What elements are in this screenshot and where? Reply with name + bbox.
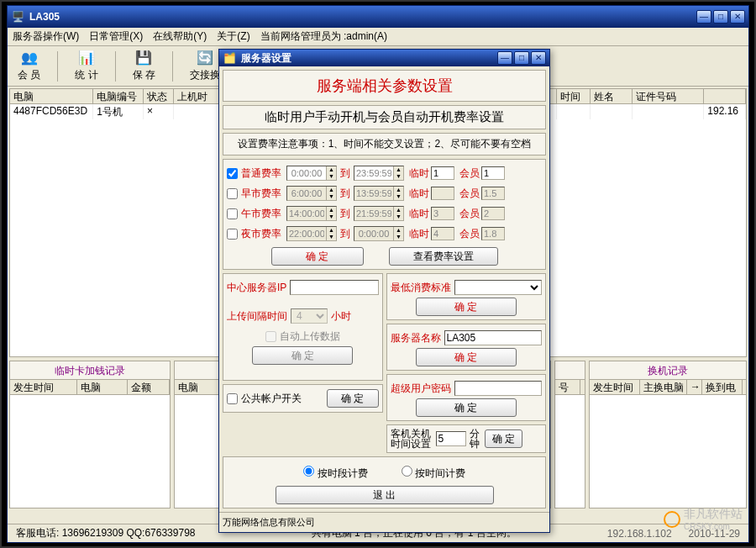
toolbar-icon: 🔄 xyxy=(197,50,213,66)
public-account-checkbox[interactable] xyxy=(227,393,238,404)
fee-to-label: 到 xyxy=(340,207,350,221)
column-header[interactable]: 证件号码 xyxy=(633,89,704,103)
min-fee-label: 最低消费标准 xyxy=(391,281,451,295)
dialog-footer-info: 万能网络信息有限公司 xyxy=(219,512,549,532)
fee-to-label: 到 xyxy=(340,166,350,181)
menu-admin-info[interactable]: 当前网络管理员为 :admin(A) xyxy=(260,29,387,44)
panel-switch-log: 换机记录 发生时间主换电脑→换到电 xyxy=(589,361,747,508)
column-header[interactable]: 发生时间 xyxy=(10,380,77,394)
menu-daily[interactable]: 日常管理(X) xyxy=(89,29,143,44)
fee-member-label: 会员 xyxy=(459,227,480,241)
column-header[interactable] xyxy=(704,89,746,103)
fee-from-spinner: ▲▼ xyxy=(286,206,337,221)
dialog-header-red: 服务端相关参数设置 xyxy=(223,70,546,102)
radio-by-time[interactable]: 按时间计费 xyxy=(402,466,465,481)
public-account-confirm-button[interactable]: 确 定 xyxy=(327,389,378,408)
toolbar-label: 保 存 xyxy=(133,68,155,82)
view-fee-button[interactable]: 查看费率设置 xyxy=(389,247,498,266)
auto-upload-checkbox xyxy=(265,331,276,342)
column-header[interactable]: 状态 xyxy=(144,89,174,103)
close-button[interactable]: ✕ xyxy=(730,10,745,24)
column-header[interactable]: 电脑 xyxy=(77,380,128,394)
shutdown-label: 客机关机时间设置 xyxy=(391,429,433,449)
fee-row-0: 普通费率 ▲▼ 到 ▲▼ 临时 会员 xyxy=(227,163,542,183)
panel-middle-2: 号 xyxy=(554,361,585,508)
fee-rate-label: 夜市费率 xyxy=(241,227,285,241)
fee-row-3: 夜市费率 ▲▼ 到 ▲▼ 临时 会员 xyxy=(227,224,542,244)
fee-temp-input[interactable] xyxy=(431,166,454,180)
table-cell xyxy=(633,104,704,119)
fee-row-2: 午市费率 ▲▼ 到 ▲▼ 临时 会员 xyxy=(227,203,542,224)
menu-about[interactable]: 关于(Z) xyxy=(217,29,249,44)
server-name-input[interactable] xyxy=(444,330,543,345)
upload-interval-label: 上传间隔时间 xyxy=(227,309,287,324)
exit-button[interactable]: 退 出 xyxy=(276,486,494,504)
fee-checkbox[interactable] xyxy=(227,168,238,179)
panel-recharge-log: 临时卡加钱记录 发生时间电脑金额 xyxy=(9,361,171,508)
super-pwd-input[interactable] xyxy=(454,381,543,396)
fee-to-spinner: ▲▼ xyxy=(354,186,404,201)
column-header[interactable]: 时间 xyxy=(557,89,591,103)
fee-from-spinner[interactable]: ▲▼ xyxy=(286,166,337,181)
fee-rate-label: 早市费率 xyxy=(241,187,285,201)
panel-switch-title: 换机记录 xyxy=(590,361,746,380)
fee-member-input xyxy=(481,227,505,240)
fee-temp-label: 临时 xyxy=(409,166,429,181)
dialog-title: 服务器设置 xyxy=(241,51,497,66)
fee-member-input[interactable] xyxy=(481,166,505,180)
menu-help[interactable]: 在线帮助(Y) xyxy=(153,29,207,44)
column-header[interactable]: 换到电 xyxy=(702,380,743,394)
dialog-close-button[interactable]: ✕ xyxy=(531,51,546,65)
column-header[interactable]: 发生时间 xyxy=(590,380,640,394)
column-header[interactable]: → xyxy=(687,380,702,394)
fee-member-input xyxy=(481,187,505,200)
toolbar-button-2[interactable]: 💾保 存 xyxy=(128,48,160,84)
radio-by-period[interactable]: 按时段计费 xyxy=(303,466,367,481)
fee-member-label: 会员 xyxy=(459,207,480,221)
fee-checkbox[interactable] xyxy=(227,208,238,219)
fee-temp-input xyxy=(431,227,454,240)
super-pwd-confirm-button[interactable]: 确 定 xyxy=(416,398,517,417)
shutdown-input[interactable] xyxy=(436,431,466,446)
super-pwd-label: 超级用户密码 xyxy=(391,382,451,396)
fee-checkbox[interactable] xyxy=(227,188,238,199)
center-ip-input[interactable] xyxy=(290,280,378,295)
main-titlebar: 🖥️ LA305 — □ ✕ xyxy=(8,6,748,28)
min-fee-select[interactable] xyxy=(454,280,543,295)
fee-from-spinner: ▲▼ xyxy=(286,226,337,241)
fee-temp-input xyxy=(431,207,454,220)
fee-group: 普通费率 ▲▼ 到 ▲▼ 临时 会员 早市费率 ▲▼ 到 ▲▼ 临时 会员 午市… xyxy=(223,159,546,270)
maximize-button[interactable]: □ xyxy=(713,10,728,24)
fee-temp-label: 临时 xyxy=(409,207,429,221)
dialog-note: 设置费率注意事项：1、时间不能交叉设置；2、尽可能不要有空档 xyxy=(223,133,546,155)
column-header[interactable]: 电脑编号 xyxy=(93,89,144,103)
dialog-maximize-button[interactable]: □ xyxy=(514,51,529,65)
column-header[interactable]: 号 xyxy=(555,380,580,394)
dialog-minimize-button[interactable]: — xyxy=(497,51,512,65)
toolbar-label: 交接换 xyxy=(190,68,220,82)
table-cell xyxy=(557,104,591,119)
toolbar-button-1[interactable]: 📊统 计 xyxy=(70,48,102,84)
panel-recharge-title: 临时卡加钱记录 xyxy=(10,361,170,380)
column-header[interactable]: 金额 xyxy=(128,380,170,394)
toolbar-icon: 💾 xyxy=(135,50,152,66)
column-header[interactable]: 主换电脑 xyxy=(640,380,687,394)
column-header[interactable]: 电脑 xyxy=(10,89,93,103)
upload-confirm-button[interactable]: 确 定 xyxy=(252,346,353,365)
fee-temp-label: 临时 xyxy=(409,187,429,201)
min-fee-confirm-button[interactable]: 确 定 xyxy=(416,298,517,316)
column-header[interactable]: 电脑 xyxy=(175,380,225,394)
toolbar-label: 统 计 xyxy=(75,68,97,82)
toolbar-button-0[interactable]: 👥会 员 xyxy=(13,48,45,84)
column-header[interactable]: 姓名 xyxy=(591,89,633,103)
fee-checkbox[interactable] xyxy=(227,229,238,240)
table-cell: 192.16 xyxy=(704,104,746,119)
fee-confirm-button[interactable]: 确 定 xyxy=(271,247,364,266)
table-cell xyxy=(591,104,633,119)
menu-server-ops[interactable]: 服务器操作(W) xyxy=(13,29,79,44)
server-name-confirm-button[interactable]: 确 定 xyxy=(416,348,517,366)
shutdown-confirm-button[interactable]: 确 定 xyxy=(485,429,522,448)
minimize-button[interactable]: — xyxy=(696,10,711,24)
fee-to-label: 到 xyxy=(340,227,350,241)
fee-to-spinner[interactable]: ▲▼ xyxy=(354,166,404,181)
